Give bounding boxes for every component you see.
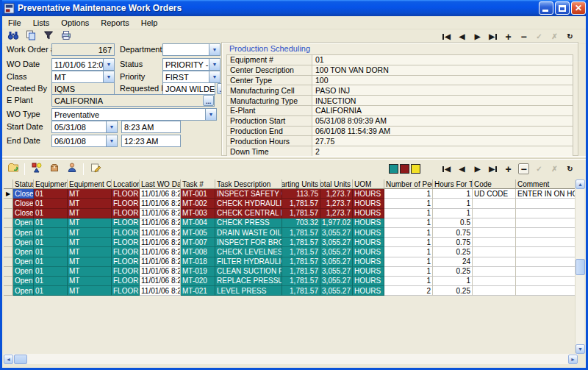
grid-cell[interactable]: Closed (13, 189, 34, 199)
grid-cell[interactable]: MT-021 (181, 286, 215, 296)
grid-cell[interactable]: 113.75 (282, 189, 320, 199)
column-header[interactable]: Comment (516, 179, 579, 189)
grid-cell[interactable]: 1 (384, 257, 433, 267)
grid-cell[interactable]: 3,055.27 (320, 267, 353, 277)
find-button[interactable] (5, 29, 21, 43)
task-row[interactable]: ▶Closed01MTFLOOR ...11/01/06 8:2...MT-00… (4, 189, 579, 199)
department-combo[interactable]: ▼ (162, 43, 220, 56)
chevron-down-icon[interactable]: ▼ (205, 109, 216, 120)
grid-cell[interactable]: 11/01/06 8:2... (140, 218, 181, 228)
grid-cell[interactable]: 703.32 (282, 218, 320, 228)
grid-cell[interactable]: Open (13, 218, 34, 228)
horizontal-scroll-thumb[interactable] (14, 355, 27, 364)
start-date-combo[interactable]: 05/31/08▼ (51, 121, 118, 133)
grid-cell[interactable]: 11/01/06 8:2... (140, 247, 181, 257)
grid-cell[interactable]: 1,781.57 (282, 277, 320, 286)
grid-cell[interactable]: 24 (433, 257, 473, 267)
grid-cell[interactable]: FLOOR ... (112, 238, 140, 247)
grid-cell[interactable]: LEVEL PRESS (215, 286, 282, 296)
column-header[interactable]: Equipment # (34, 179, 68, 189)
grid-cell[interactable]: MT-018 (181, 257, 215, 267)
grid-cell[interactable]: MT (68, 228, 112, 238)
open-folder-button[interactable] (5, 162, 21, 176)
column-header[interactable]: Task Description (215, 179, 282, 189)
grid-cell[interactable]: HOURS (353, 267, 384, 277)
grid-cell[interactable]: 1 (384, 209, 433, 218)
grid-cell[interactable]: 0.75 (433, 228, 473, 238)
row-selector[interactable] (4, 277, 13, 286)
grid-cell[interactable]: 11/01/06 8:2... (140, 277, 181, 286)
grid-cell[interactable]: MT-019 (181, 267, 215, 277)
grid-cell[interactable]: REPLACE PRESSURE... (215, 277, 282, 286)
grid-cell[interactable]: HOURS (353, 218, 384, 228)
grid-cell[interactable]: 11/01/06 8:2... (140, 238, 181, 247)
row-selector[interactable]: ▶ (4, 189, 13, 199)
grid-cell[interactable]: MT (68, 189, 112, 199)
grid-cell[interactable] (516, 247, 579, 257)
column-header[interactable]: Location (112, 179, 140, 189)
grid-cell[interactable]: INSPECT SAFETY GU... (215, 189, 282, 199)
menu-item-reports[interactable]: Reports (95, 17, 135, 29)
status-combo[interactable]: PRIORITY - DO▼ (162, 58, 220, 71)
column-header[interactable]: Task # (181, 179, 215, 189)
grid-cell[interactable]: CLEAN SUCTION FILT... (215, 267, 282, 277)
grid-cell[interactable]: 3,055.27 (320, 247, 353, 257)
task-row[interactable]: Open01MTFLOOR ...11/01/06 8:2...MT-021LE… (4, 286, 579, 296)
grid-cell[interactable]: 01 (34, 238, 68, 247)
work-order-field[interactable]: 167 (51, 43, 115, 56)
grid-cell[interactable]: MT-004 (181, 218, 215, 228)
grid-cell[interactable]: FLOOR ... (112, 218, 140, 228)
grid-cell[interactable]: 1 (384, 267, 433, 277)
menu-item-lists[interactable]: Lists (27, 17, 56, 29)
grid-cell[interactable]: MT (68, 286, 112, 296)
grid-cell[interactable]: FLOOR ... (112, 257, 140, 267)
grid-cell[interactable] (473, 286, 516, 296)
grid-cell[interactable] (516, 277, 579, 286)
grid-vertical-scrollbar[interactable]: ▲ ▼ (575, 179, 584, 354)
grid-cell[interactable]: Open (13, 267, 34, 277)
grid-cell[interactable]: FLOOR ... (112, 199, 140, 208)
grid-cell[interactable]: 1 (384, 228, 433, 238)
wo-type-combo[interactable]: Preventative▼ (51, 108, 217, 121)
row-selector[interactable] (4, 257, 13, 267)
grid-cell[interactable]: MT-003 (181, 209, 215, 218)
grid-cell[interactable]: 1,781.57 (282, 199, 320, 208)
row-selector[interactable] (4, 238, 13, 247)
grid-cell[interactable]: 1,977.02 (320, 218, 353, 228)
minimize-button[interactable] (539, 1, 553, 15)
grid-cell[interactable] (516, 209, 579, 218)
grid-cell[interactable]: 1,781.57 (282, 228, 320, 238)
grid-cell[interactable]: ENTER IN ON HOLD R (516, 189, 579, 199)
grid-cell[interactable]: 11/01/06 8:2... (140, 286, 181, 296)
grid-cell[interactable]: 01 (34, 189, 68, 199)
e-plant-field[interactable]: CALIFORNIA (51, 94, 215, 107)
end-date-combo[interactable]: 06/01/08▼ (51, 135, 118, 147)
grid-cell[interactable] (516, 286, 579, 296)
grid-cell[interactable]: HOURS (353, 286, 384, 296)
grid-cell[interactable]: 3,055.27 (320, 257, 353, 267)
last-record-button[interactable]: ▶ (487, 163, 498, 174)
grid-cell[interactable]: 11/01/06 8:2... (140, 199, 181, 208)
start-time-field[interactable]: 8:23 AM (121, 121, 181, 133)
grid-cell[interactable] (473, 199, 516, 208)
grid-cell[interactable] (473, 238, 516, 247)
grid-cell[interactable]: 01 (34, 277, 68, 286)
grid-cell[interactable]: 0.25 (433, 267, 473, 277)
grid-cell[interactable]: 1 (433, 209, 473, 218)
requested-by-field[interactable]: JOAN WILDER (162, 82, 215, 95)
grid-cell[interactable]: 01 (34, 199, 68, 208)
grid-cell[interactable]: DRAIN WASTE OIL (215, 228, 282, 238)
grid-cell[interactable] (516, 257, 579, 267)
grid-cell[interactable]: FLOOR ... (112, 247, 140, 257)
grid-cell[interactable]: MT (68, 247, 112, 257)
task-row[interactable]: Open01MTFLOOR ...11/01/06 8:2...MT-005DR… (4, 228, 579, 238)
grid-cell[interactable]: CHECK LEVELNESS O... (215, 247, 282, 257)
grid-cell[interactable]: 3,055.27 (320, 228, 353, 238)
grid-cell[interactable]: 1 (433, 277, 473, 286)
cancel-record-button[interactable]: ✗ (549, 31, 560, 42)
row-selector[interactable] (4, 247, 13, 257)
next-record-button[interactable]: ▶ (472, 163, 483, 174)
task-row[interactable]: Open01MTFLOOR ...11/01/06 8:2...MT-004CH… (4, 218, 579, 228)
grid-cell[interactable]: 1,273.7 (320, 189, 353, 199)
grid-cell[interactable]: MT (68, 218, 112, 228)
